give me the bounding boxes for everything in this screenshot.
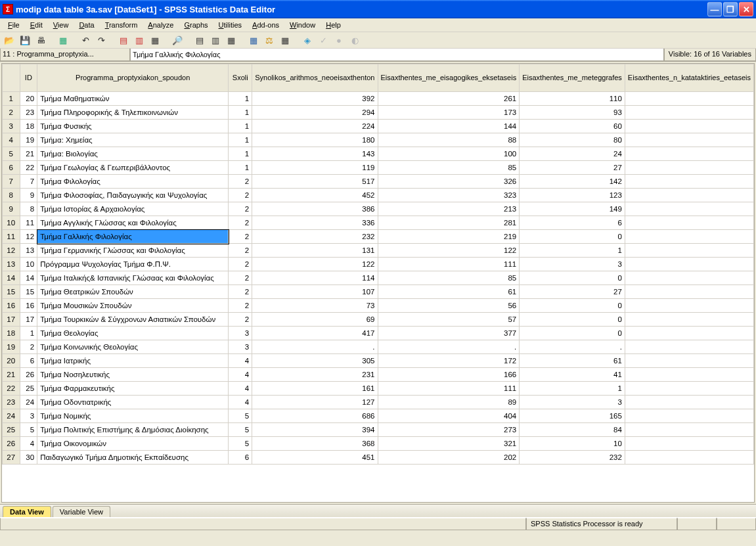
cell-c3[interactable]: 0: [520, 271, 625, 285]
cell-c4[interactable]: [625, 451, 753, 465]
cell-c4[interactable]: [625, 354, 753, 368]
cell-c4[interactable]: [625, 202, 753, 216]
cell-c2[interactable]: 166: [378, 368, 520, 382]
cell-c1[interactable]: 73: [252, 299, 378, 313]
row-header[interactable]: 25: [3, 423, 20, 437]
column-header-c1[interactable]: Synolikos_arithmos_neoeisaxthenton: [252, 64, 378, 92]
cell-sxoli[interactable]: 5: [229, 409, 252, 423]
cell-ID[interactable]: 2: [20, 340, 37, 354]
cell-ID[interactable]: 9: [20, 189, 37, 202]
column-header-ID[interactable]: ID: [20, 64, 37, 92]
cell-c1[interactable]: 231: [252, 368, 378, 382]
cell-c4[interactable]: [625, 271, 753, 285]
cell-c3[interactable]: 27: [520, 161, 625, 175]
cell-c1[interactable]: 392: [252, 92, 378, 106]
cell-sxoli[interactable]: 2: [229, 285, 252, 299]
grid-corner[interactable]: [3, 64, 20, 92]
cell-ID[interactable]: 17: [20, 313, 37, 327]
cell-c2[interactable]: 377: [378, 327, 520, 340]
menu-data[interactable]: Data: [74, 20, 99, 30]
cell-prog[interactable]: Τμήμα Ιστορίας & Αρχαιολογίας: [37, 202, 229, 216]
cell-c4[interactable]: [625, 409, 753, 423]
redo-icon[interactable]: ↷: [95, 34, 108, 47]
cell-prog[interactable]: Τμήμα: Βιολογίας: [37, 147, 229, 161]
cell-c3[interactable]: 110: [520, 92, 625, 106]
open-icon[interactable]: 📂: [3, 34, 16, 47]
variables-icon[interactable]: ▦: [148, 34, 162, 47]
cell-c1[interactable]: 336: [252, 216, 378, 230]
cell-c4[interactable]: [625, 175, 753, 189]
cell-c1[interactable]: 122: [252, 258, 378, 271]
cell-c2[interactable]: 57: [378, 313, 520, 327]
cell-prog[interactable]: Τμήμα Οδοντιατρικής: [37, 396, 229, 409]
menu-file[interactable]: File: [3, 20, 25, 30]
cell-sxoli[interactable]: 2: [229, 244, 252, 258]
cell-ID[interactable]: 22: [20, 161, 37, 175]
cell-prog[interactable]: Τμήμα Οικονομικών: [37, 437, 229, 451]
cell-c4[interactable]: [625, 147, 753, 161]
cell-sxoli[interactable]: 1: [229, 92, 252, 106]
cell-c1[interactable]: 119: [252, 161, 378, 175]
row-header[interactable]: 26: [3, 437, 20, 451]
cell-c2[interactable]: 326: [378, 175, 520, 189]
row-header[interactable]: 4: [3, 133, 20, 147]
abort-icon[interactable]: ◐: [348, 34, 361, 47]
cell-prog[interactable]: Τμήμα Θεατρικών Σπουδών: [37, 285, 229, 299]
dialog-recall-icon[interactable]: ▦: [56, 34, 70, 47]
cell-c3[interactable]: 1: [520, 382, 625, 396]
cell-prog[interactable]: Πρόγραμμα Ψυχολογίας Τμήμα Φ.Π.Ψ.: [37, 258, 229, 271]
cell-c2[interactable]: 144: [378, 120, 520, 133]
row-header[interactable]: 12: [3, 244, 20, 258]
cell-c3[interactable]: 84: [520, 423, 625, 437]
cell-c2[interactable]: 202: [378, 451, 520, 465]
row-header[interactable]: 7: [3, 175, 20, 189]
cell-ID[interactable]: 11: [20, 216, 37, 230]
spell-check-icon[interactable]: ✓: [317, 34, 330, 47]
cell-value-input[interactable]: [130, 49, 664, 61]
cell-ID[interactable]: 10: [20, 258, 37, 271]
show-all-icon[interactable]: ◈: [301, 34, 314, 47]
cell-c3[interactable]: 142: [520, 175, 625, 189]
cell-c1[interactable]: 161: [252, 382, 378, 396]
cell-ID[interactable]: 24: [20, 396, 37, 409]
row-header[interactable]: 2: [3, 106, 20, 120]
close-button[interactable]: ✕: [739, 2, 753, 16]
cell-c2[interactable]: 219: [378, 230, 520, 244]
cell-prog[interactable]: Τμήμα Τουρκικών & Σύγχρονων Ασιατικών Σπ…: [37, 313, 229, 327]
cell-sxoli[interactable]: 1: [229, 161, 252, 175]
cell-c1[interactable]: 686: [252, 409, 378, 423]
cell-c1[interactable]: 180: [252, 133, 378, 147]
menu-view[interactable]: View: [48, 20, 74, 30]
cell-c4[interactable]: [625, 340, 753, 354]
cell-prog[interactable]: Τμήμα Ιατρικής: [37, 354, 229, 368]
cell-c4[interactable]: [625, 106, 753, 120]
cell-prog[interactable]: Τμήμα Γερμανικής Γλώσσας και Φιλολογίας: [37, 244, 229, 258]
goto-variable-icon[interactable]: ▥: [133, 34, 146, 47]
cell-prog[interactable]: Τμήμα Φυσικής: [37, 120, 229, 133]
cell-ID[interactable]: 13: [20, 244, 37, 258]
cell-prog[interactable]: Τμήμα Φιλοσοφίας, Παιδαγωγικής και Ψυχολ…: [37, 189, 229, 202]
cell-prog[interactable]: Τμήμα Νομικής: [37, 409, 229, 423]
cell-c3[interactable]: 123: [520, 189, 625, 202]
cell-c1[interactable]: 232: [252, 230, 378, 244]
cell-c1[interactable]: 107: [252, 285, 378, 299]
cell-c4[interactable]: [625, 285, 753, 299]
cell-c1[interactable]: 394: [252, 423, 378, 437]
cell-ID[interactable]: 14: [20, 271, 37, 285]
row-header[interactable]: 16: [3, 299, 20, 313]
cell-c2[interactable]: 213: [378, 202, 520, 216]
cell-sxoli[interactable]: 3: [229, 340, 252, 354]
menu-analyze[interactable]: Analyze: [143, 20, 179, 30]
cell-prog[interactable]: Τμήμα Αγγλικής Γλώσσας και Φιλολογίας: [37, 216, 229, 230]
row-header[interactable]: 8: [3, 189, 20, 202]
cell-c3[interactable]: 165: [520, 409, 625, 423]
column-header-c3[interactable]: Eisaxthentes_me_meteggrafes: [520, 64, 625, 92]
cell-c4[interactable]: [625, 216, 753, 230]
cell-ID[interactable]: 5: [20, 423, 37, 437]
cell-prog[interactable]: Τμήμα: Χημείας: [37, 133, 229, 147]
cell-prog[interactable]: Τμήμα Θεολογίας: [37, 327, 229, 340]
cell-c4[interactable]: [625, 258, 753, 271]
cell-c1[interactable]: 452: [252, 189, 378, 202]
value-labels-icon[interactable]: ▦: [247, 34, 260, 47]
cell-c1[interactable]: 143: [252, 147, 378, 161]
